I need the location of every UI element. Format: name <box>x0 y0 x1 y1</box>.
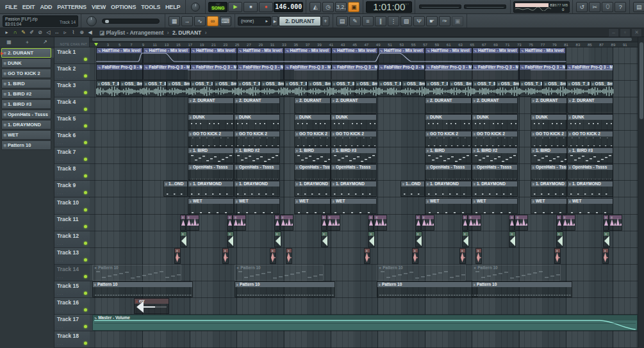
piano-roll-panel-icon[interactable]: ✎ <box>349 16 361 26</box>
track-mute-led[interactable] <box>84 275 87 278</box>
automation-clip-fabfilter[interactable]: ∿FabFilter Pro-Q 3 - Mix level <box>237 64 284 80</box>
automation-clip-fabfilter[interactable]: ∿FabFilter Pro-Q 3 - Mix level <box>96 64 143 80</box>
audio-clip-crash[interactable]: ≡ <box>421 215 434 231</box>
pattern-clip-pattern10[interactable]: ≡Pattern 10 <box>235 281 335 297</box>
audio-clip-crash[interactable]: ≡ <box>462 215 468 231</box>
pattern-clip-kick[interactable]: ≡GO TO KICK 2 <box>472 131 518 147</box>
pattern-add-button[interactable]: + <box>322 16 329 26</box>
automation-clip-fabfilter[interactable]: ∿FabFilter Pro-Q 3 - Mix level <box>284 64 331 80</box>
browser-icon[interactable]: ▧ <box>400 16 412 26</box>
audio-clip-oss[interactable]: ≡OSS_T_8min <box>237 81 261 97</box>
track-header-1[interactable]: Track 1· · · <box>54 47 90 64</box>
keyboard-piano-icon[interactable]: ▦ <box>169 16 180 26</box>
track-mute-led[interactable] <box>84 174 87 178</box>
tab-slide[interactable]: ↗ <box>43 39 47 45</box>
track-header-18[interactable]: Track 18· · · <box>54 331 90 348</box>
cut-icon[interactable]: ✂ <box>589 2 600 12</box>
track-mute-led[interactable] <box>84 342 87 345</box>
pattern-clip-durant[interactable]: ≡2. DURANT <box>567 97 613 113</box>
pattern-clip-draymond[interactable]: ≡1. DRAYMOND <box>234 181 280 197</box>
audio-clip-reverse-cymbal[interactable]: ≡ <box>321 231 328 247</box>
pattern-item-wet[interactable]: ≣WET <box>1 130 51 140</box>
pattern-clip-kick[interactable]: ≡GO TO KICK 2 <box>567 131 613 147</box>
plugin-picker-icon[interactable]: Ψ <box>413 16 425 26</box>
audio-clip-oss[interactable]: ≡OSS_ 8min <box>496 81 520 97</box>
pattern-clip-bird[interactable]: ≡1. BIRD #3 <box>567 147 613 163</box>
pattern-clip-bird[interactable]: ≡1. BIRD <box>531 147 567 163</box>
pointer-tool-icon[interactable]: ▸ <box>3 29 11 35</box>
shop-icon[interactable]: ▣ <box>452 16 463 26</box>
track-mute-led[interactable] <box>84 58 87 61</box>
pencil-icon[interactable]: ✎ <box>19 29 28 35</box>
pattern-clip-pattern10[interactable]: ≡Pattern 10 <box>92 281 193 297</box>
timeline-ruler[interactable]: 3579111315171921232527293133353739414345… <box>90 42 638 47</box>
audio-clip-reverse-cymbal[interactable]: ≡ <box>180 231 187 247</box>
audio-clip-err[interactable]: ≡err <box>134 298 169 314</box>
automation-clip-halftime[interactable]: ∿HalfTime - Mix level <box>519 47 566 63</box>
pattern-clip-dunk[interactable]: ≡DUNK <box>531 114 567 130</box>
automation-clip-halftime[interactable]: ∿HalfTime - Mix level <box>284 47 331 63</box>
pattern-clip-kick[interactable]: ≡GO TO KICK 2 <box>425 131 472 147</box>
track-mute-led[interactable] <box>84 108 87 111</box>
link-icon[interactable]: ∞ <box>207 16 219 26</box>
audio-clip-crash[interactable]: ≡ <box>509 215 515 231</box>
touch-icon[interactable]: ☛ <box>426 16 438 26</box>
paint-icon[interactable]: ✐ <box>28 29 36 35</box>
pattern-clip-hats[interactable]: ≡OpenHats - Tssss <box>331 164 377 180</box>
track-mute-led[interactable] <box>84 191 87 194</box>
playlist-row-11[interactable] <box>90 215 638 231</box>
pattern-clip-hats[interactable]: ≡OpenHats - Tssss <box>294 164 331 180</box>
audio-clip-crash[interactable]: ≡ <box>327 215 340 231</box>
stop-button[interactable]: ■ <box>244 2 258 12</box>
automation-clip-fabfilter[interactable]: ∿FabFilter Pro-Q 3 - Mix level <box>190 64 237 80</box>
track-header-10[interactable]: Track 10· · · <box>54 198 90 215</box>
track-mute-led[interactable] <box>84 124 87 128</box>
step-arrow-icon[interactable]: → <box>181 16 193 26</box>
pattern-clip-kick[interactable]: ≡GO TO KICK 2 <box>234 131 280 147</box>
track-mute-led[interactable] <box>84 141 87 144</box>
pattern-clip-kick[interactable]: ≡GO TO KICK 2 <box>331 131 377 147</box>
pattern-clip-wet[interactable]: ≡WET <box>472 198 518 214</box>
vertical-scrollbar[interactable] <box>638 37 644 348</box>
playlist-close-icon[interactable]: ✕ <box>631 28 642 37</box>
audio-clip-tom[interactable]: ≡ <box>364 248 370 264</box>
audio-clip-oss[interactable]: ≡OSS_ 8min <box>449 81 473 97</box>
track-header-9[interactable]: Track 9· · · <box>54 181 90 197</box>
track-mute-led[interactable] <box>84 158 87 161</box>
automation-clip-halftime[interactable]: ∿HalfTime - Mix level <box>472 47 519 63</box>
metronome-icon[interactable]: ◭ <box>310 2 321 12</box>
menu-tools[interactable]: TOOLS <box>138 4 163 10</box>
automation-clip-fabfilter[interactable]: ∿FabFilter Pro-Q 3 - Mix level <box>143 64 190 80</box>
ghost-clip-pattern10[interactable]: ✕Pattern 10 <box>472 265 561 281</box>
track-mute-led[interactable] <box>84 225 87 228</box>
track-header-5[interactable]: Track 5· · · <box>54 114 90 131</box>
audio-clip-reverse-cymbal[interactable]: ≡ <box>556 231 563 247</box>
audio-clip-reverse-cymbal[interactable]: ≡ <box>227 231 234 247</box>
audio-clip-oss[interactable]: ≡OSS_T_8min <box>285 81 308 97</box>
pattern-clip-draymond-cut[interactable]: ≡1...OND <box>163 181 188 197</box>
audio-clip-reverse-cymbal[interactable]: ≡ <box>462 231 469 247</box>
pattern-selector[interactable]: 2. DURANT <box>279 16 321 26</box>
audio-clip-reverse-cymbal[interactable]: ≡ <box>415 231 422 247</box>
pattern-item-1-draymond[interactable]: ≣1. DRAYMOND <box>1 120 51 129</box>
automation-clip-fabfilter[interactable]: ∿FabFilter Pro-Q 3 - Mix level <box>566 64 613 80</box>
audio-clip-crash[interactable]: ≡ <box>368 215 374 231</box>
audio-clip-crash[interactable]: ≡ <box>321 215 327 231</box>
pattern-clip-pattern10[interactable]: ≡Pattern 10 <box>472 281 572 297</box>
undo-icon[interactable]: ↺ <box>576 2 588 12</box>
pattern-clip-durant[interactable]: ≡2. DURANT <box>188 97 234 113</box>
mute-tool-icon[interactable]: ◁ <box>44 29 53 35</box>
slip-tool-icon[interactable]: ↔ <box>53 29 61 35</box>
menu-edit[interactable]: EDIT <box>20 4 38 10</box>
loop-record-dropdown[interactable]: (none) ▸ <box>238 17 271 26</box>
audio-clip-crash[interactable]: ≡ <box>227 215 233 231</box>
pattern-clip-bird[interactable]: ≡1. BIRD <box>425 147 472 163</box>
track-header-2[interactable]: Track 2· · · <box>54 64 90 81</box>
tab-automation[interactable]: ＋ <box>24 38 29 46</box>
play-button[interactable]: ▶ <box>228 2 242 12</box>
pattern-clip-hats[interactable]: ≡OpenHats - Tssss <box>425 164 472 180</box>
track-mute-led[interactable] <box>84 325 87 328</box>
automation-clip-halftime[interactable]: ∿HalfTime - Mix level <box>237 47 284 63</box>
pattern-clip-wet[interactable]: ≡WET <box>425 198 472 214</box>
track-mute-led[interactable] <box>84 242 87 245</box>
